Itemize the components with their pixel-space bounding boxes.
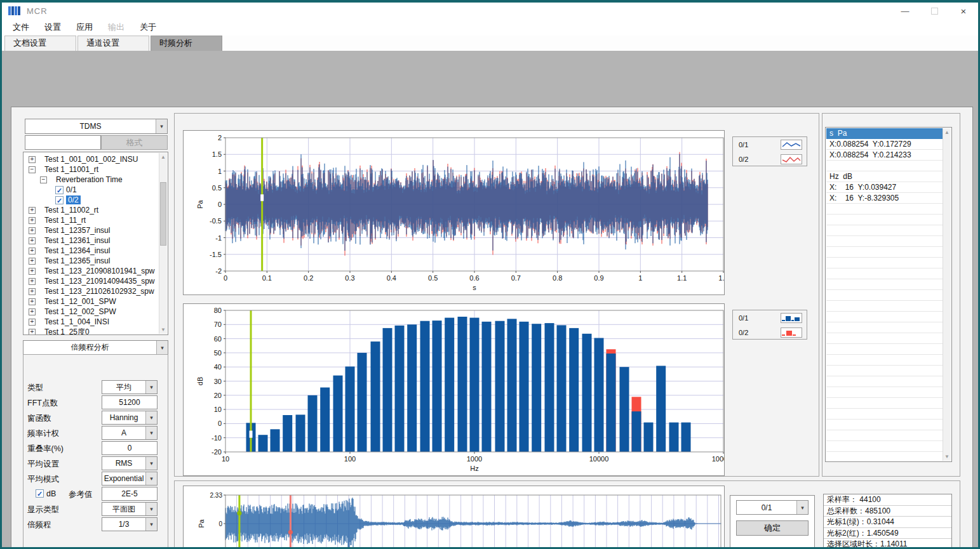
scrollbar-thumb[interactable]	[160, 182, 166, 246]
expander-icon[interactable]: +	[29, 268, 36, 275]
expander-icon[interactable]: +	[29, 319, 36, 326]
readout-row[interactable]	[826, 290, 943, 301]
checkbox[interactable]: ✓	[55, 196, 64, 204]
readout-row[interactable]	[826, 366, 943, 376]
tab-doc-settings[interactable]: 文档设置	[4, 36, 76, 51]
menu-item-apply[interactable]: 应用	[69, 19, 100, 36]
tree-item[interactable]: +Test 1_25度0	[23, 327, 159, 335]
expander-icon[interactable]: +	[29, 217, 36, 224]
maximize-button[interactable]	[920, 3, 949, 19]
analysis-type-select[interactable]: 倍频程分析 ▾	[23, 340, 168, 355]
tree-item[interactable]: +Test 1_12365_insul	[23, 256, 159, 266]
readout-row[interactable]: s Pa	[826, 128, 943, 139]
scroll-up-icon[interactable]: ▲	[159, 153, 167, 161]
expander-icon[interactable]: −	[40, 176, 47, 183]
tab-channel-settings[interactable]: 通道设置	[77, 36, 149, 51]
expander-icon[interactable]: +	[29, 237, 36, 244]
checkbox[interactable]: ✓	[55, 186, 64, 194]
tree-item[interactable]: −Test 1_11001_rt	[23, 164, 159, 175]
file-format-select[interactable]: TDMS ▾	[25, 119, 168, 134]
expander-icon[interactable]: +	[29, 207, 36, 214]
readout-scrollbar[interactable]: ▲▼	[943, 128, 951, 461]
legend-item[interactable]: 0/2	[733, 152, 807, 166]
readout-row[interactable]	[826, 322, 943, 333]
field-input[interactable]	[102, 441, 158, 455]
expander-icon[interactable]: +	[29, 227, 36, 234]
search-input[interactable]	[25, 135, 101, 150]
field-select[interactable]: 平面图▾	[102, 502, 158, 516]
field-select[interactable]: 1/3▾	[102, 517, 158, 531]
minimize-button[interactable]: —	[890, 3, 920, 19]
readout-row[interactable]	[826, 247, 943, 258]
readout-row[interactable]	[826, 225, 943, 236]
scroll-up-icon[interactable]: ▲	[943, 128, 951, 136]
readout-row[interactable]	[826, 452, 943, 462]
readout-row[interactable]: X: 16 Y:-8.329305	[826, 193, 943, 204]
readout-row[interactable]	[826, 236, 943, 247]
readout-row[interactable]	[826, 409, 943, 420]
readout-row[interactable]	[826, 268, 943, 279]
readout-row[interactable]	[826, 258, 943, 268]
readout-row[interactable]: Hz dB	[826, 171, 943, 182]
readout-row[interactable]	[826, 355, 943, 366]
expander-icon[interactable]: +	[29, 308, 36, 315]
readout-row[interactable]	[826, 279, 943, 290]
tree-item[interactable]: +Test 1_1_004_INSI	[23, 317, 159, 327]
tree-item[interactable]: +Test 1_123_211026102932_spw	[23, 286, 159, 296]
tab-time-frequency[interactable]: 时频分析	[151, 36, 222, 51]
readout-row[interactable]	[826, 420, 943, 430]
menu-item-about[interactable]: 关于	[132, 19, 164, 36]
expander-icon[interactable]: +	[29, 258, 36, 265]
time-waveform-chart[interactable]: 00.10.20.30.40.50.60.70.80.911.11.221.51…	[183, 130, 725, 295]
tree-item[interactable]: ✓0/2	[23, 195, 159, 205]
menu-item-settings[interactable]: 设置	[37, 19, 69, 36]
close-button[interactable]: ×	[949, 3, 978, 19]
field-input[interactable]	[102, 395, 158, 409]
readout-row[interactable]	[826, 376, 943, 387]
reference-value-input[interactable]	[102, 487, 158, 501]
field-select[interactable]: RMS▾	[102, 456, 158, 470]
tree-item[interactable]: +Test 1_12_001_SPW	[23, 296, 159, 307]
tree-item[interactable]: +Test 1_001_001_002_INSU	[23, 154, 159, 164]
field-select[interactable]: Hanning▾	[102, 411, 158, 425]
tree-item[interactable]: +Test 1_12361_insul	[23, 235, 159, 246]
tree-item[interactable]: +Test 1_123_210914094435_spw	[23, 276, 159, 286]
cursor2-handle[interactable]	[288, 530, 293, 534]
expander-icon[interactable]: +	[29, 298, 36, 305]
expander-icon[interactable]: +	[29, 278, 36, 285]
readout-row[interactable]	[826, 312, 943, 322]
scroll-down-icon[interactable]: ▼	[943, 453, 951, 461]
field-select[interactable]: A▾	[102, 426, 158, 440]
tree-item[interactable]: +Test 1_12_002_SPW	[23, 307, 159, 317]
expander-icon[interactable]: +	[29, 329, 36, 336]
readout-row[interactable]: X:0.088254 Y:0.214233	[826, 150, 943, 161]
tree-item[interactable]: +Test 1_12357_insul	[23, 225, 159, 235]
legend-item[interactable]: 0/1	[733, 310, 807, 325]
tree-item[interactable]: +Test 1_11_rt	[23, 215, 159, 225]
readout-row[interactable]	[826, 161, 943, 171]
channel-select[interactable]: 0/1 ▾	[736, 500, 809, 515]
legend-item[interactable]: 0/2	[733, 325, 807, 340]
field-select[interactable]: Exponential▾	[102, 472, 158, 486]
cursor1-handle[interactable]	[237, 511, 241, 515]
legend-item[interactable]: 0/1	[733, 137, 807, 152]
expander-icon[interactable]: −	[29, 166, 36, 173]
readout-row[interactable]	[826, 215, 943, 225]
tree-item[interactable]: +Test 1_12364_insul	[23, 246, 159, 256]
tree-item[interactable]: +Test 1_123_210908101941_spw	[23, 266, 159, 276]
expander-icon[interactable]: +	[29, 156, 36, 163]
readout-row[interactable]	[826, 441, 943, 452]
tree-item[interactable]: −Reverberation Time	[23, 175, 159, 185]
tree-item[interactable]: +Test 1_11002_rt	[23, 205, 159, 215]
readout-row[interactable]: X: 16 Y:0.039427	[826, 182, 943, 193]
readout-row[interactable]	[826, 333, 943, 344]
readout-row[interactable]	[826, 387, 943, 398]
readout-row[interactable]: X:0.088254 Y:0.172729	[826, 139, 943, 150]
menu-item-file[interactable]: 文件	[5, 19, 37, 36]
readout-row[interactable]	[826, 430, 943, 441]
readout-row[interactable]	[826, 204, 943, 215]
third-octave-spectrum-chart[interactable]: 1010010001000010000080706050403020100-10…	[183, 303, 725, 476]
full-record-waveform-chart[interactable]: 00.250.50.7511.251.51.7522.252.52.7533.2…	[183, 486, 725, 549]
expander-icon[interactable]: +	[29, 248, 36, 255]
field-select[interactable]: 平均▾	[102, 380, 158, 394]
